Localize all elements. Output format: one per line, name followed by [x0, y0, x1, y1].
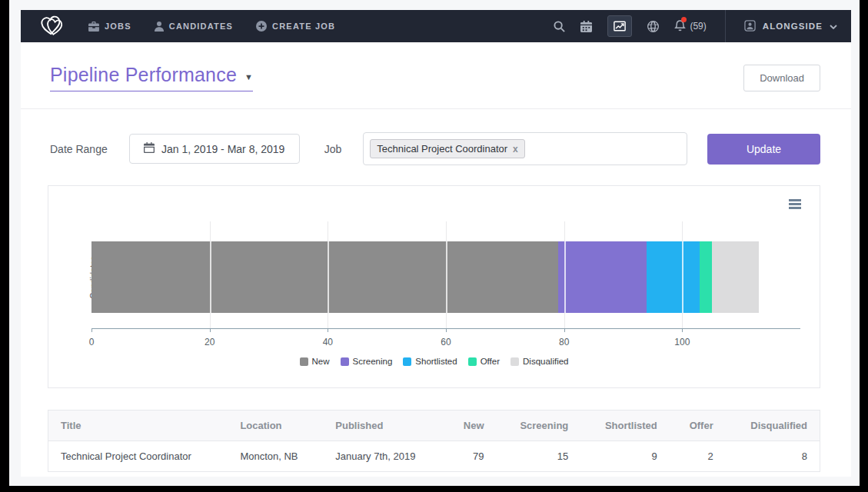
- main-content: Pipeline Performance ▼ Download Date Ran…: [21, 42, 851, 477]
- results-table: TitleLocationPublishedNewScreeningShortl…: [48, 411, 820, 471]
- column-header-title: Title: [48, 411, 228, 441]
- nav-item-candidates[interactable]: CANDIDATES: [155, 22, 233, 32]
- tick-label: 80: [559, 337, 569, 347]
- table-cell: 79: [444, 441, 497, 472]
- page-title: Pipeline Performance: [50, 64, 237, 86]
- table-cell: 9: [580, 441, 670, 472]
- column-header-offer: Offer: [670, 411, 726, 441]
- tick-mark: [446, 328, 447, 332]
- report-selector[interactable]: Pipeline Performance ▼: [50, 64, 253, 91]
- job-label: Job: [324, 143, 342, 155]
- chart-icon[interactable]: [607, 15, 632, 37]
- legend-label: Screening: [353, 357, 393, 366]
- bar-segment-new[interactable]: [91, 241, 558, 313]
- results-table-wrap: TitleLocationPublishedNewScreeningShortl…: [48, 410, 820, 472]
- plus-circle-icon: [256, 21, 267, 32]
- nav-item-label: CREATE JOB: [272, 22, 335, 31]
- table-header-row: TitleLocationPublishedNewScreeningShortl…: [48, 411, 820, 441]
- nav-menu: JOBS CANDIDATES CREATE JOB: [88, 21, 335, 32]
- tick-mark: [328, 328, 328, 332]
- legend-swatch: [510, 357, 519, 366]
- filter-bar: Date Range Jan 1, 2019 - Mar 8, 2019 Job…: [21, 109, 851, 165]
- chart-context-menu-icon[interactable]: [789, 199, 801, 211]
- job-select-input[interactable]: Technical Project Coordinator x: [363, 132, 687, 165]
- job-tag-label: Technical Project Coordinator: [377, 143, 507, 155]
- nav-item-create-job[interactable]: CREATE JOB: [256, 21, 335, 32]
- legend-label: Disqualified: [523, 357, 568, 366]
- gridline-overlay: [210, 241, 211, 313]
- legend-item-screening[interactable]: Screening: [341, 357, 393, 366]
- column-header-new: New: [444, 411, 497, 441]
- nav-item-label: CANDIDATES: [169, 22, 233, 31]
- account-avatar-icon: [744, 20, 756, 33]
- globe-icon[interactable]: [647, 21, 659, 32]
- table-cell: January 7th, 2019: [323, 441, 444, 472]
- tick-mark: [564, 328, 565, 332]
- table-body: Technical Project CoordinatorMoncton, NB…: [48, 441, 820, 472]
- column-header-screening: Screening: [497, 411, 581, 441]
- date-range-value: Jan 1, 2019 - Mar 8, 2019: [161, 143, 284, 155]
- table-cell: 8: [726, 441, 820, 472]
- alongside-logo[interactable]: [38, 15, 68, 38]
- nav-item-jobs[interactable]: JOBS: [88, 22, 131, 32]
- caret-down-icon: ▼: [244, 72, 253, 81]
- gridline-overlay: [564, 241, 566, 313]
- tick-label: 20: [205, 337, 215, 347]
- date-range-label: Date Range: [50, 143, 108, 155]
- bar-segment-shortlisted[interactable]: [647, 241, 700, 313]
- legend-item-shortlisted[interactable]: Shortlisted: [403, 357, 457, 366]
- column-header-location: Location: [228, 411, 323, 441]
- navbar-right: (59) ALONGSIDE: [554, 10, 837, 42]
- chevron-down-icon: [830, 22, 837, 31]
- legend-item-new[interactable]: New: [300, 357, 330, 366]
- legend-swatch: [468, 357, 477, 366]
- column-header-disqualified: Disqualified: [726, 411, 820, 441]
- legend-label: Shortlisted: [415, 357, 457, 366]
- chart-legend: NewScreeningShortlistedOfferDisqualified: [48, 357, 820, 366]
- table-cell: Moncton, NB: [228, 441, 323, 472]
- navbar: JOBS CANDIDATES CREATE JOB: [21, 10, 851, 42]
- page-header: Pipeline Performance ▼ Download: [21, 42, 851, 109]
- tick-mark: [210, 328, 211, 332]
- legend-label: Offer: [481, 357, 500, 366]
- date-range-input[interactable]: Jan 1, 2019 - Mar 8, 2019: [129, 134, 300, 164]
- column-header-shortlisted: Shortlisted: [580, 411, 670, 441]
- bell-icon: [674, 19, 686, 34]
- legend-label: New: [312, 357, 330, 366]
- briefcase-icon: [88, 22, 99, 32]
- remove-tag-icon[interactable]: x: [513, 145, 518, 154]
- legend-item-offer[interactable]: Offer: [468, 357, 500, 366]
- download-button[interactable]: Download: [743, 65, 820, 91]
- update-button[interactable]: Update: [707, 134, 820, 165]
- notification-count: (59): [690, 21, 706, 32]
- gridline-overlay: [328, 241, 329, 313]
- notification-dot: [681, 17, 687, 22]
- legend-swatch: [300, 357, 308, 366]
- account-label: ALONGSIDE: [763, 22, 823, 31]
- calendar-icon: [144, 142, 155, 155]
- legend-swatch: [403, 357, 411, 366]
- table-cell: 15: [497, 441, 581, 472]
- bar-segment-offer[interactable]: [700, 241, 711, 313]
- calendar-icon[interactable]: [580, 21, 592, 32]
- tick-label: 100: [674, 337, 690, 347]
- page: JOBS CANDIDATES CREATE JOB: [9, 0, 860, 486]
- tick-label: 40: [323, 337, 333, 347]
- tick-label: 0: [89, 337, 95, 347]
- person-icon: [155, 22, 164, 32]
- plot-area: [91, 221, 800, 328]
- bar-segment-screening[interactable]: [558, 241, 647, 313]
- gridline-overlay: [446, 241, 447, 313]
- search-icon[interactable]: [554, 21, 565, 32]
- notifications[interactable]: (59): [674, 19, 706, 34]
- account-menu[interactable]: ALONGSIDE: [744, 20, 837, 33]
- job-tag: Technical Project Coordinator x: [370, 139, 525, 158]
- table-cell: 2: [670, 441, 726, 472]
- bar-segment-disqualified[interactable]: [712, 241, 759, 313]
- column-header-published: Published: [323, 411, 444, 441]
- navbar-divider: [725, 10, 726, 42]
- legend-item-disqualified[interactable]: Disqualified: [510, 357, 568, 366]
- legend-swatch: [341, 357, 349, 366]
- table-cell: Technical Project Coordinator: [48, 441, 228, 472]
- tick-mark: [682, 328, 683, 332]
